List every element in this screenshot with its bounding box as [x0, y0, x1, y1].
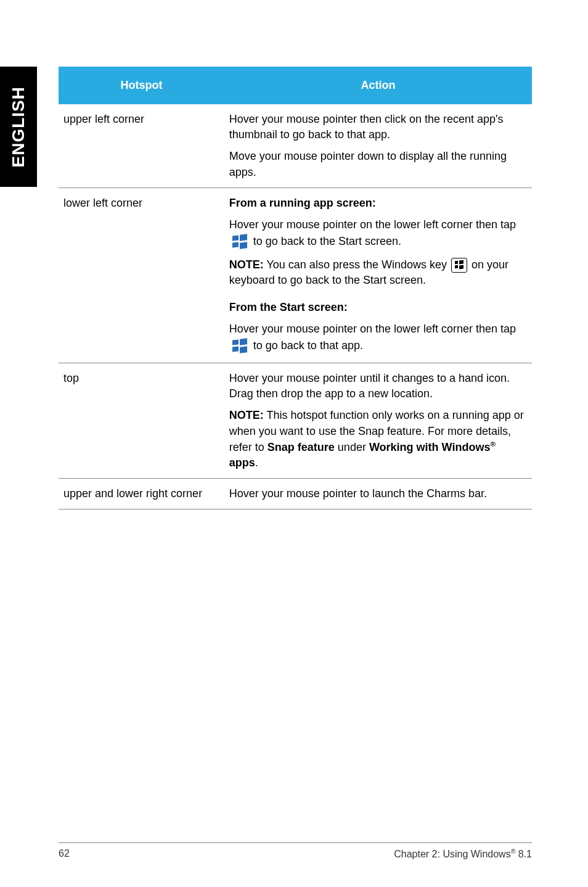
action-text: Hover your mouse pointer on the lower le…	[229, 321, 527, 355]
action-cell: Hover your mouse pointer to launch the C…	[224, 479, 532, 510]
note-text: NOTE: This hotspot function only works o…	[229, 408, 527, 471]
page-number: 62	[59, 848, 70, 860]
subheading: From a running app screen:	[229, 196, 527, 211]
hotspot-cell: upper and lower right corner	[59, 479, 224, 510]
main-content: Hotspot Action upper left corner Hover y…	[59, 67, 532, 510]
subheading: From the Start screen:	[229, 300, 527, 315]
text-fragment: .	[255, 456, 258, 469]
action-cell: Hover your mouse pointer until it change…	[224, 363, 532, 478]
text-fragment: Snap feature	[267, 441, 335, 453]
text-fragment: 8.1	[515, 849, 532, 859]
text-fragment: Hover your mouse pointer on the lower le…	[229, 218, 516, 231]
action-text: Hover your mouse pointer on the lower le…	[229, 217, 527, 251]
table-row: upper left corner Hover your mouse point…	[59, 104, 532, 188]
table-row: lower left corner From a running app scr…	[59, 188, 532, 363]
registered-mark: ®	[490, 440, 496, 448]
text-fragment: Hover your mouse pointer on the lower le…	[229, 323, 516, 335]
text-fragment: under	[335, 441, 369, 453]
hotspot-cell: upper left corner	[59, 104, 224, 188]
start-screen-icon	[231, 233, 249, 251]
windows-key-icon	[451, 258, 467, 273]
text-fragment: to go back to the Start screen.	[253, 235, 401, 247]
hotspot-table: Hotspot Action upper left corner Hover y…	[59, 67, 532, 510]
hotspot-cell: top	[59, 363, 224, 478]
text-fragment: to go back to that app.	[253, 339, 363, 352]
language-tab: ENGLISH	[0, 67, 37, 187]
header-hotspot: Hotspot	[59, 67, 224, 104]
table-row: top Hover your mouse pointer until it ch…	[59, 363, 532, 478]
action-cell: From a running app screen: Hover your mo…	[224, 188, 532, 363]
chapter-label: Chapter 2: Using Windows® 8.1	[394, 848, 532, 860]
header-action: Action	[224, 67, 532, 104]
note-text: NOTE: You can also press the Windows key…	[229, 257, 527, 288]
page-footer: 62 Chapter 2: Using Windows® 8.1	[59, 842, 532, 860]
note-label: NOTE:	[229, 409, 264, 421]
text-fragment: Chapter 2: Using Windows	[394, 849, 510, 859]
language-label: ENGLISH	[9, 86, 28, 167]
text-fragment: apps	[229, 456, 255, 469]
text-fragment: Working with Windows	[369, 441, 491, 453]
text-fragment: You can also press the Windows key	[264, 258, 450, 271]
note-label: NOTE:	[229, 258, 264, 271]
start-screen-icon	[231, 337, 249, 355]
table-row: upper and lower right corner Hover your …	[59, 479, 532, 510]
hotspot-cell: lower left corner	[59, 188, 224, 363]
action-cell: Hover your mouse pointer then click on t…	[224, 104, 532, 188]
action-text: Move your mouse pointer down to display …	[229, 149, 527, 179]
action-text: Hover your mouse pointer until it change…	[229, 371, 527, 402]
action-text: Hover your mouse pointer then click on t…	[229, 112, 527, 142]
table-header-row: Hotspot Action	[59, 67, 532, 104]
